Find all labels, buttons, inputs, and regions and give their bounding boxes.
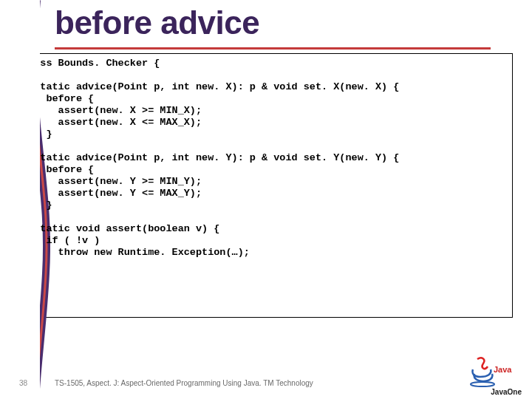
left-white-mask bbox=[0, 0, 40, 399]
slide-number: 38 bbox=[19, 379, 27, 387]
slide-title: before advice bbox=[55, 4, 259, 41]
svg-point-0 bbox=[471, 382, 494, 386]
code-block: class Bounds. Checker { static advice(Po… bbox=[22, 58, 513, 282]
title-underline bbox=[55, 47, 491, 50]
javaone-logo: Java bbox=[468, 356, 519, 392]
slide: before advice class Bounds. Checker { st… bbox=[0, 0, 532, 399]
logo-text: JavaOne bbox=[491, 388, 522, 396]
svg-text:Java: Java bbox=[494, 365, 512, 374]
footer-text: TS-1505, Aspect. J: Aspect-Oriented Prog… bbox=[55, 379, 313, 387]
